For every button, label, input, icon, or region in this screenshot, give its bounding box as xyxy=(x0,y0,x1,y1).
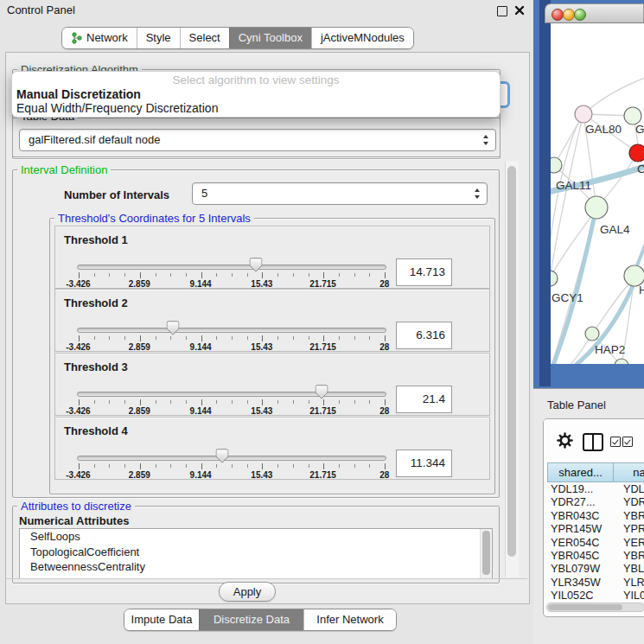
table-row[interactable]: YBR043CYBR04 xyxy=(544,510,644,523)
threshold-2-slider[interactable]: -3.4262.8599.14415.4321.71528 xyxy=(77,321,386,351)
tick-label: 21.715 xyxy=(309,342,336,352)
table-row[interactable]: YPR145WYPR14 xyxy=(544,523,644,536)
scrollbar-thumb[interactable] xyxy=(482,531,490,575)
tick-label: -3.426 xyxy=(66,279,90,289)
tick-label: 2.859 xyxy=(129,470,150,480)
columns-icon[interactable] xyxy=(583,433,603,451)
network-node[interactable] xyxy=(624,107,641,124)
checkbox-icon[interactable] xyxy=(622,437,633,447)
slider-thumb-glyph xyxy=(249,258,262,272)
cell-shared-name: YDL19... xyxy=(544,483,616,496)
threshold-2-value-field[interactable]: 6.316 xyxy=(396,322,452,349)
tick-label: -3.426 xyxy=(66,470,90,480)
table-row[interactable]: YER054CYER05 xyxy=(544,537,644,550)
cell-name: YBR04 xyxy=(616,510,644,523)
tab-cyni-toolbox[interactable]: Cyni Toolbox xyxy=(229,28,311,48)
cell-name: YER05 xyxy=(616,537,644,550)
checkbox-icon[interactable] xyxy=(610,437,621,447)
table-row[interactable]: YIL052CYIL05 xyxy=(544,590,644,603)
table-row[interactable]: YBR045CYBR04 xyxy=(544,550,644,563)
threshold-4-slider[interactable]: -3.4262.8599.14415.4321.71528 xyxy=(77,449,386,479)
slider-thumb[interactable] xyxy=(315,385,328,399)
network-node-gal80[interactable] xyxy=(575,105,592,123)
tick-label: 9.144 xyxy=(190,342,212,352)
slider-thumb[interactable] xyxy=(216,449,229,463)
slider-track[interactable] xyxy=(77,456,386,461)
number-of-intervals-combobox[interactable]: 5 xyxy=(192,182,488,205)
network-node-label: C xyxy=(637,163,644,175)
tick-label: 9.144 xyxy=(190,470,212,480)
close-icon[interactable] xyxy=(514,5,525,16)
network-node-gal4[interactable] xyxy=(585,196,608,219)
slider-track[interactable] xyxy=(77,392,386,397)
list-item[interactable]: BetweennessCentrality xyxy=(20,559,492,575)
tab-select[interactable]: Select xyxy=(180,28,229,48)
network-node-label: GCY1 xyxy=(552,291,583,304)
slider-thumb[interactable] xyxy=(249,258,262,272)
network-node-label: GAL11 xyxy=(556,179,591,192)
network-node-label: GAL80 xyxy=(585,123,622,136)
table-data-combobox[interactable]: galFiltered.sif default node xyxy=(19,129,496,151)
slider-track[interactable] xyxy=(77,265,386,270)
slider-thumb-glyph xyxy=(216,449,229,463)
threshold-3-value-field[interactable]: 21.4 xyxy=(396,386,452,413)
threshold-4-value-field[interactable]: 11.344 xyxy=(396,450,452,477)
list-vertical-scrollbar[interactable] xyxy=(480,529,492,578)
dropdown-option[interactable]: Manual Discretization xyxy=(16,87,141,101)
slider-track[interactable] xyxy=(77,328,386,333)
tab-style[interactable]: Style xyxy=(137,28,180,48)
tick-label: -3.426 xyxy=(66,342,90,352)
dropdown-prompt: Select algorithm to view settings xyxy=(12,73,500,86)
attributes-group-title: Attributes to discretize xyxy=(17,500,135,513)
list-item[interactable]: SelfLoops xyxy=(20,529,492,545)
tab-infer-network[interactable]: Infer Network xyxy=(303,609,396,630)
threshold-2-panel: Threshold 2 -3.4262.8599.14415.4321.7152… xyxy=(54,289,490,352)
network-view-canvas[interactable]: GAL80GAL11GAL4GCY1HAP2GACH xyxy=(551,23,644,364)
numerical-attributes-list[interactable]: SelfLoopsTopologicalCoefficientBetweenne… xyxy=(19,528,493,579)
table-horizontal-scrollbar[interactable] xyxy=(546,603,644,612)
panel-vertical-scrollbar[interactable] xyxy=(505,161,519,577)
threshold-4-label: Threshold 4 xyxy=(64,424,128,437)
gear-icon[interactable] xyxy=(557,432,573,449)
tick-label: 9.144 xyxy=(190,279,212,289)
tick-label: 28 xyxy=(379,406,389,416)
tab-network[interactable]: Network xyxy=(62,28,137,48)
network-node-gal11[interactable] xyxy=(551,157,562,173)
scrollbar-thumb[interactable] xyxy=(548,604,622,610)
tick-label: 15.43 xyxy=(251,279,272,289)
float-window-icon[interactable] xyxy=(497,6,507,16)
network-node-gcy1[interactable] xyxy=(551,271,558,286)
network-window-titlebar[interactable] xyxy=(545,3,644,23)
dropdown-option[interactable]: Equal Width/Frequency Discretization xyxy=(16,101,218,115)
threshold-1-label: Threshold 1 xyxy=(64,233,128,246)
list-item[interactable]: TopologicalCoefficient xyxy=(20,545,492,560)
threshold-3-slider[interactable]: -3.4262.8599.14415.4321.71528 xyxy=(77,385,386,415)
tab-jactivemnodules[interactable]: jActiveMNodules xyxy=(311,28,413,48)
table-row[interactable]: YBL079WYBL07 xyxy=(544,563,644,576)
threshold-3-panel: Threshold 3 -3.4262.8599.14415.4321.7152… xyxy=(54,353,490,416)
threshold-1-slider[interactable]: -3.4262.8599.14415.4321.71528 xyxy=(77,258,386,288)
scrollbar-thumb[interactable] xyxy=(507,166,516,557)
network-node-hap2[interactable] xyxy=(585,327,599,341)
network-node[interactable] xyxy=(615,359,628,364)
network-node[interactable] xyxy=(629,144,644,162)
table-row[interactable]: YLR345WYLR34 xyxy=(544,577,644,590)
combobox-stepper-icon xyxy=(474,188,481,199)
column-header-name[interactable]: na... xyxy=(613,462,644,482)
threshold-1-value-field[interactable]: 14.713 xyxy=(396,258,452,286)
tick-label: 28 xyxy=(379,279,389,289)
table-row[interactable]: YDL19...YDL19 xyxy=(544,483,644,496)
close-traffic-light-icon[interactable] xyxy=(552,9,564,21)
tab-discretize-data[interactable]: Discretize Data xyxy=(199,609,303,630)
threshold-4-panel: Threshold 4 -3.4262.8599.14415.4321.7152… xyxy=(54,417,490,480)
slider-ticks xyxy=(79,399,385,406)
zoom-traffic-light-icon[interactable] xyxy=(574,9,586,21)
table-row[interactable]: YDR27...YDR27 xyxy=(544,496,644,509)
minimize-traffic-light-icon[interactable] xyxy=(563,9,575,21)
slider-tick-labels: -3.4262.8599.14415.4321.71528 xyxy=(79,279,385,289)
apply-button[interactable]: Apply xyxy=(219,582,276,602)
tab-impute-data[interactable]: Impute Data xyxy=(124,609,199,630)
tick-label: 2.859 xyxy=(129,406,150,416)
slider-thumb[interactable] xyxy=(166,321,179,335)
column-header-shared-name[interactable]: shared... xyxy=(547,462,614,482)
